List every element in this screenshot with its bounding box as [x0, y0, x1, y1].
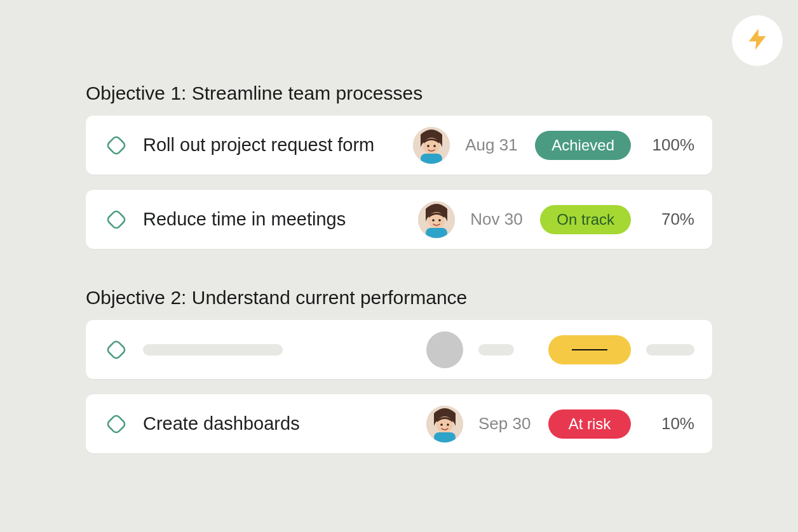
key-result-title: Roll out project request form	[143, 135, 413, 156]
svg-point-16	[440, 423, 443, 426]
skeleton-bar	[143, 344, 283, 356]
progress-value: 100%	[646, 135, 694, 155]
assignee-avatar[interactable]	[413, 127, 450, 164]
status-badge-placeholder[interactable]	[548, 335, 631, 364]
svg-point-17	[447, 423, 449, 426]
diamond-icon	[104, 337, 129, 362]
svg-rect-6	[106, 209, 126, 229]
svg-rect-12	[106, 340, 126, 359]
objective-group: Objective 1: Streamline team processes R…	[86, 83, 712, 249]
svg-point-10	[438, 219, 441, 222]
diamond-icon	[104, 133, 129, 158]
status-badge-ontrack[interactable]: On track	[540, 205, 631, 234]
lightning-badge	[732, 15, 783, 66]
progress-value: 70%	[646, 209, 694, 229]
assignee-avatar[interactable]	[418, 201, 455, 238]
due-date: Sep 30	[478, 414, 541, 434]
objective-title: Objective 1: Streamline team processes	[86, 83, 712, 104]
key-result-card[interactable]: Reduce time in meetings Nov 30 On track …	[86, 190, 712, 249]
objectives-container: Objective 1: Streamline team processes R…	[0, 0, 798, 453]
objective-title: Objective 2: Understand current performa…	[86, 287, 712, 309]
assignee-avatar[interactable]	[426, 406, 463, 442]
svg-rect-5	[421, 154, 442, 164]
diamond-icon	[104, 411, 129, 437]
svg-point-3	[427, 145, 429, 147]
key-result-title: Create dashboards	[143, 413, 426, 434]
due-date: Nov 30	[470, 209, 532, 229]
key-result-title: Reduce time in meetings	[143, 209, 418, 230]
skeleton-bar	[646, 344, 694, 356]
svg-point-4	[433, 145, 436, 147]
lightning-icon	[745, 27, 770, 55]
key-result-card[interactable]: Create dashboards Sep 30 At risk 10%	[86, 394, 712, 453]
key-result-card-placeholder[interactable]	[86, 320, 712, 379]
svg-point-9	[432, 219, 435, 222]
status-badge-atrisk[interactable]: At risk	[548, 409, 631, 439]
assignee-avatar-placeholder[interactable]	[426, 331, 463, 368]
svg-rect-11	[426, 228, 447, 238]
progress-value: 10%	[646, 414, 694, 434]
due-date: Aug 31	[465, 135, 527, 155]
diamond-icon	[104, 207, 129, 232]
key-result-card[interactable]: Roll out project request form Aug 31 Ach…	[86, 116, 712, 175]
svg-rect-18	[434, 432, 456, 442]
svg-rect-0	[106, 135, 126, 155]
status-badge-achieved[interactable]: Achieved	[535, 131, 631, 160]
key-result-title-placeholder	[143, 344, 426, 356]
skeleton-bar	[478, 344, 514, 356]
svg-rect-13	[106, 414, 126, 434]
objective-group: Objective 2: Understand current performa…	[86, 287, 712, 453]
